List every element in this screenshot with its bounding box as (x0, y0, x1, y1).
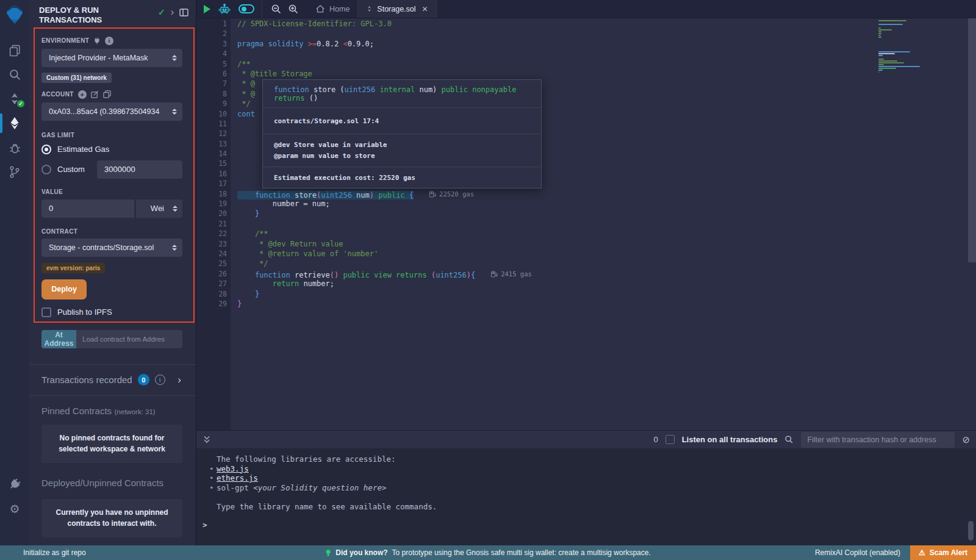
pinned-contracts-title: Pinned Contracts (41, 406, 112, 416)
plug-icon[interactable] (93, 37, 101, 45)
line-number: 21 (196, 219, 227, 229)
transactions-recorded-label: Transactions recorded (41, 375, 132, 385)
minimap[interactable] (878, 20, 922, 75)
line-number: 14 (196, 149, 227, 159)
editor-tabbar: Home Storage.sol ✕ (196, 0, 976, 18)
debugger-icon[interactable] (0, 135, 29, 160)
environment-value: Injected Provider - MetaMask (49, 54, 168, 62)
zoom-out-icon[interactable] (271, 4, 282, 15)
edit-account-icon[interactable] (91, 90, 99, 98)
terminal-line: Type the library name to see available c… (217, 502, 976, 512)
library-link[interactable]: ethers.js (217, 473, 258, 483)
line-number: 17 (196, 179, 227, 188)
account-value: 0xA03...85ac4 (0.398673504934 (49, 107, 168, 116)
code-line: 19 number = num; (196, 199, 976, 209)
search-icon[interactable] (0, 62, 29, 87)
code-line: 21 (196, 219, 976, 229)
terminal-search-icon (784, 435, 794, 444)
account-label: ACCOUNT (41, 91, 74, 98)
tip-text: To prototype using the Gnosis safe multi… (392, 548, 651, 557)
select-arrows-icon (173, 206, 178, 212)
main-area: Home Storage.sol ✕ 1// SPDX-License-Iden… (196, 0, 976, 545)
at-address-button[interactable]: At Address (41, 330, 76, 348)
custom-gas-input[interactable] (97, 160, 182, 179)
environment-info-icon[interactable]: i (105, 37, 113, 45)
compile-success-badge: ✓ (17, 100, 24, 107)
copy-account-icon[interactable] (103, 90, 111, 98)
tab-home[interactable]: Home (307, 0, 357, 18)
panel-title: DEPLOY & RUN TRANSACTIONS (39, 5, 131, 26)
tab-storage-sol[interactable]: Storage.sol ✕ (357, 0, 436, 18)
terminal-output[interactable]: The following libraries are accessible:•… (196, 448, 976, 545)
ai-assistant-robot-icon[interactable] (218, 3, 231, 15)
environment-select[interactable]: Injected Provider - MetaMask (41, 49, 182, 67)
terminal-line (217, 492, 976, 502)
listen-all-label: Listen on all transactions (682, 435, 778, 444)
git-icon[interactable] (0, 160, 29, 184)
editor-scrollbar[interactable] (968, 18, 976, 262)
deploy-run-icon[interactable] (0, 111, 29, 135)
home-icon (315, 4, 325, 13)
clear-filter-icon[interactable]: ⊘ (962, 434, 970, 445)
code-line: 3pragma solidity >=0.8.2 <0.9.0; (196, 39, 976, 49)
transaction-filter-input[interactable] (801, 432, 955, 448)
tooltip-signature: function store (uint256 internal num) pu… (274, 85, 530, 102)
terminal-prompt[interactable]: > (203, 520, 207, 529)
select-arrows-icon (172, 245, 177, 251)
warning-icon: ⚠ (919, 548, 925, 557)
publish-ipfs-label: Publish to IPFS (57, 307, 112, 317)
line-number: 25 (196, 259, 227, 268)
value-unit-select[interactable]: Wei (136, 199, 182, 218)
transactions-expand-icon[interactable]: › (178, 374, 181, 386)
code-line: 4 (196, 49, 976, 59)
gas-estimate-hint: 2415 gas (491, 269, 532, 279)
tooltip-cost: Estimated execution cost: 22520 gas (274, 174, 530, 182)
run-script-icon[interactable] (204, 5, 210, 13)
code-line: 5/** (196, 59, 976, 69)
estimated-gas-radio[interactable] (41, 145, 51, 154)
file-explorer-icon[interactable] (0, 38, 29, 62)
panel-expand-icon[interactable]: › (171, 9, 174, 16)
terminal-line: •sol-gpt <your Solidity question here> (217, 483, 976, 493)
plugin-manager-icon[interactable] (0, 472, 29, 497)
scam-alert-label: Scam Alert (930, 548, 967, 557)
line-number: 10 (196, 109, 227, 119)
listen-all-checkbox[interactable] (666, 435, 675, 444)
library-link[interactable]: web3.js (217, 464, 249, 473)
solidity-compiler-icon[interactable]: ✓ (0, 87, 29, 111)
line-number: 1 (196, 19, 227, 29)
deploy-button[interactable]: Deploy (41, 279, 87, 300)
collapse-terminal-icon[interactable] (203, 435, 211, 444)
code-line: 29} (196, 299, 976, 309)
code-line: 28 } (196, 289, 976, 299)
copilot-status[interactable]: RemixAI Copilot (enabled) (815, 548, 900, 557)
hover-tooltip: function store (uint256 internal num) pu… (262, 79, 542, 188)
terminal-scrollbar[interactable] (968, 521, 974, 540)
value-input[interactable] (41, 199, 134, 218)
terminal-line: The following libraries are accessible: (217, 454, 976, 464)
contract-select[interactable]: Storage - contracts/Storage.sol (41, 239, 182, 257)
terminal-line: •ethers.js (217, 473, 976, 483)
line-number: 26 (196, 269, 227, 279)
add-account-icon[interactable]: + (78, 90, 87, 99)
zoom-in-icon[interactable] (288, 4, 299, 15)
copilot-toggle[interactable] (239, 4, 254, 13)
at-address-input[interactable] (76, 330, 182, 348)
panel-layout-icon[interactable] (179, 9, 188, 16)
scam-alert-button[interactable]: ⚠ Scam Alert (910, 545, 976, 560)
code-line: 24 * @return value of 'number' (196, 249, 976, 259)
line-number: 16 (196, 169, 227, 179)
close-tab-icon[interactable]: ✕ (422, 5, 428, 13)
custom-gas-radio[interactable] (41, 165, 51, 174)
git-init-button[interactable]: Initialize as git repo (0, 548, 86, 557)
transactions-info-icon[interactable]: i (155, 375, 165, 385)
settings-gear-icon[interactable]: ⚙ (0, 497, 29, 521)
line-number: 7 (196, 79, 227, 88)
remix-logo[interactable] (0, 1, 29, 29)
code-editor[interactable]: 1// SPDX-License-Identifier: GPL-3.023pr… (196, 18, 976, 430)
publish-ipfs-checkbox[interactable] (41, 307, 51, 317)
line-number: 19 (196, 199, 227, 209)
terminal-header: 0 Listen on all transactions ⊘ (196, 430, 976, 448)
account-select[interactable]: 0xA03...85ac4 (0.398673504934 (41, 102, 182, 121)
tab-home-label: Home (329, 5, 350, 13)
